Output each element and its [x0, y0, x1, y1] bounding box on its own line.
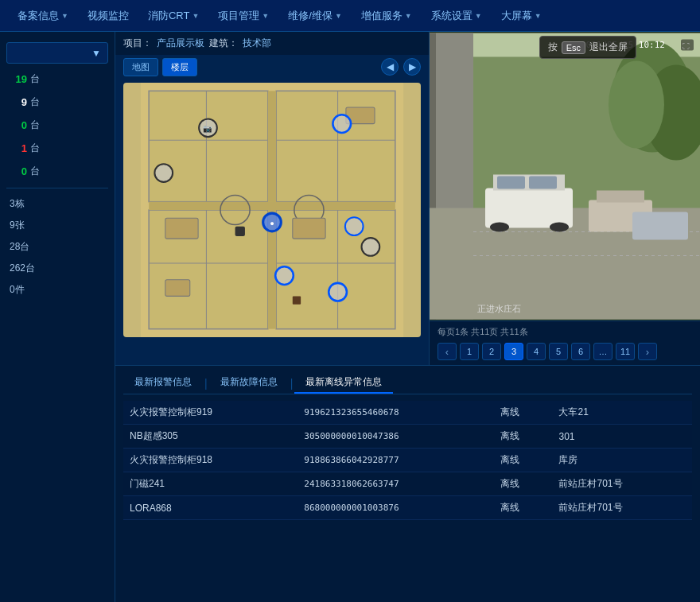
tab-fault[interactable]: 最新故障信息: [209, 372, 289, 394]
td-status: 离线: [494, 401, 552, 425]
nav-item-video[interactable]: 视频监控: [78, 0, 138, 31]
svg-rect-18: [293, 218, 325, 239]
tab-alarm[interactable]: 最新报警信息: [123, 372, 203, 394]
tab-sep-2: |: [289, 377, 295, 390]
sidebar-divider: [6, 188, 108, 188]
next-floor-btn[interactable]: ▶: [403, 58, 421, 76]
panel-header: 项目： 产品展示板 建筑： 技术部: [115, 32, 429, 55]
page-btn-4[interactable]: 4: [527, 343, 546, 360]
svg-rect-50: [597, 191, 644, 203]
main-area: ▼ 19 台 9 台 0 台 1 台 0 台 3栋 9张 28台 262台 0件: [0, 32, 700, 602]
center-content: 项目： 产品展示板 建筑： 技术部 地图 楼层 ◀ ▶: [115, 32, 700, 602]
esc-tooltip: 按 Esc 退出全屏: [539, 36, 636, 59]
nav-bar: 备案信息 ▼ 视频监控 消防CRT ▼ 项目管理 ▼ 维修/维保 ▼ 增值服务 …: [0, 0, 700, 32]
svg-rect-45: [497, 177, 525, 189]
page-btn-11[interactable]: 11: [616, 343, 635, 360]
svg-point-30: [329, 283, 347, 301]
td-device: LORA868: [123, 496, 298, 520]
floor-plan-panel: 项目： 产品展示板 建筑： 技术部 地图 楼层 ◀ ▶: [115, 32, 430, 365]
page-buttons: ‹ 1 2 3 4 5 6 … 11 ›: [438, 343, 692, 360]
table-row: 火灾报警控制柜918 918863866042928777 离线 库房: [123, 449, 692, 472]
svg-rect-32: [293, 296, 301, 304]
nav-item-filing[interactable]: 备案信息 ▼: [8, 0, 78, 31]
nav-item-repair[interactable]: 维修/维保 ▼: [278, 0, 352, 31]
nav-item-value[interactable]: 增值服务 ▼: [352, 0, 422, 31]
nav-arrow-value: ▼: [405, 12, 412, 20]
video-area: 2021/05/25 10:12 正进水庄石 ⛶: [430, 32, 700, 320]
nav-arrow: ▼: [61, 12, 68, 20]
tab-floor[interactable]: 楼层: [162, 58, 197, 76]
pagination-bar: 每页1条 共11页 共11条 ‹ 1 2 3 4 5 6 … 11 ›: [430, 320, 700, 365]
floor-tabs: 地图 楼层 ◀ ▶: [115, 55, 429, 80]
prev-floor-btn[interactable]: ◀: [381, 58, 399, 76]
stat-alarm-label: 台: [30, 118, 40, 132]
esc-key: Esc: [562, 41, 585, 54]
td-location: 库房: [552, 449, 692, 472]
floor-nav: ◀ ▶: [381, 58, 421, 76]
td-code: 868000000001003876: [298, 496, 494, 520]
bottom-area: 最新报警信息 | 最新故障信息 | 最新离线异常信息 火灾报警控制柜919 91…: [115, 366, 700, 602]
td-status: 离线: [494, 425, 552, 449]
td-device: NB超感305: [123, 425, 298, 449]
td-location: 大车21: [552, 401, 692, 425]
next-page-btn[interactable]: ›: [638, 343, 657, 360]
svg-point-28: [362, 238, 380, 256]
td-code: 241863318062663747: [298, 472, 494, 496]
nav-arrow-repair: ▼: [335, 12, 342, 20]
svg-text:●: ●: [270, 219, 274, 227]
svg-rect-46: [529, 177, 557, 189]
data-table: 火灾报警控制柜919 919621323655460678 离线 大车21 NB…: [123, 401, 692, 520]
page-btn-2[interactable]: 2: [482, 343, 501, 360]
video-panel: 2021/05/25 10:12 正进水庄石 ⛶ 每页1条 共11页 共11条 …: [430, 32, 700, 365]
pagination-info: 每页1条 共11页 共11条: [438, 326, 692, 338]
td-status: 离线: [494, 449, 552, 472]
stat-fault-row: 1 台: [0, 137, 115, 160]
page-btn-1[interactable]: 1: [460, 343, 479, 360]
stat-total-num: 19: [10, 73, 27, 85]
svg-point-48: [550, 223, 569, 232]
nav-item-bigscreen[interactable]: 大屏幕 ▼: [492, 0, 551, 31]
svg-rect-2: [276, 91, 395, 201]
nav-arrow-bigscreen: ▼: [535, 12, 542, 20]
svg-rect-31: [235, 227, 245, 236]
page-btn-ellipsis: …: [593, 343, 612, 360]
svg-point-27: [345, 217, 364, 235]
svg-point-37: [609, 61, 664, 149]
tab-offline[interactable]: 最新离线异常信息: [294, 372, 393, 394]
svg-point-47: [490, 223, 509, 232]
stat-total-label: 台: [30, 72, 40, 86]
nav-arrow-fire: ▼: [192, 12, 199, 20]
table-row: LORA868 868000000001003876 离线 前站庄村701号: [123, 496, 692, 520]
page-btn-3[interactable]: 3: [504, 343, 523, 360]
td-device: 火灾报警控制柜918: [123, 449, 298, 472]
svg-text:正进水庄石: 正进水庄石: [477, 304, 521, 313]
nav-item-project[interactable]: 项目管理 ▼: [208, 0, 278, 31]
nav-item-settings[interactable]: 系统设置 ▼: [422, 0, 492, 31]
info-alerts: 0件: [0, 279, 115, 301]
svg-rect-51: [632, 212, 688, 240]
stat-fault-num: 1: [10, 142, 27, 154]
building-label: 建筑：: [209, 37, 238, 50]
video-scene-svg: 2021/05/25 10:12 正进水庄石 ⛶: [430, 32, 700, 320]
tab-sep-1: |: [203, 377, 209, 390]
table-row: 门磁241 241863318062663747 离线 前站庄村701号: [123, 472, 692, 496]
nav-item-fire[interactable]: 消防CRT ▼: [138, 0, 208, 31]
td-code: 919621323655460678: [298, 401, 494, 425]
dropdown-arrow: ▼: [91, 48, 101, 59]
svg-rect-17: [165, 218, 198, 239]
building-name: 技术部: [243, 37, 271, 50]
prev-page-btn[interactable]: ‹: [438, 343, 457, 360]
floor-image-area: 📷 ●: [123, 83, 421, 337]
info-devices2: 262台: [0, 258, 115, 279]
tab-row: 最新报警信息 | 最新故障信息 | 最新离线异常信息: [123, 372, 692, 394]
stat-fault-label: 台: [30, 142, 40, 155]
tab-map[interactable]: 地图: [123, 58, 158, 76]
td-status: 离线: [494, 496, 552, 520]
svg-rect-14: [149, 202, 395, 210]
page-btn-6[interactable]: 6: [571, 343, 590, 360]
page-btn-5[interactable]: 5: [549, 343, 568, 360]
stat-normal-num: 9: [10, 96, 27, 108]
svg-rect-19: [165, 280, 190, 297]
info-devices1: 28台: [0, 236, 115, 258]
sidebar-dropdown[interactable]: ▼: [6, 42, 108, 64]
